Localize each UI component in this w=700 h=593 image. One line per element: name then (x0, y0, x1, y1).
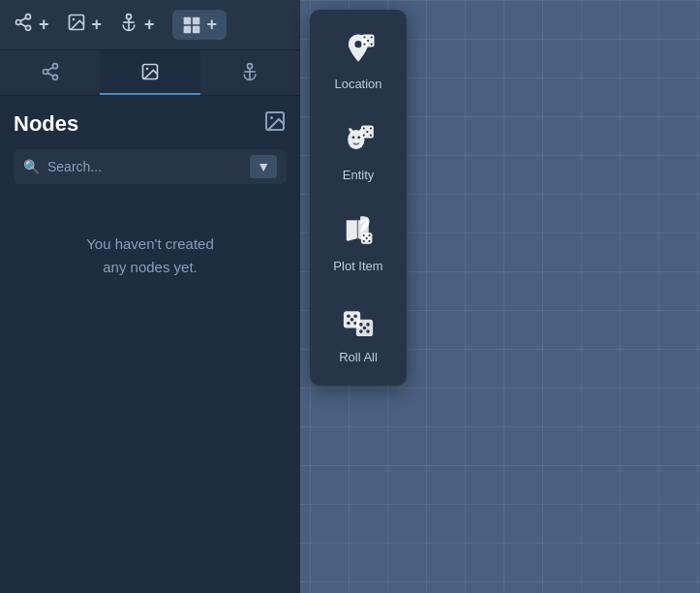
svg-point-21 (248, 64, 253, 69)
svg-point-46 (366, 237, 368, 239)
svg-point-45 (368, 234, 370, 236)
image-icon[interactable] (67, 13, 86, 37)
svg-point-30 (367, 40, 369, 42)
search-input[interactable] (47, 159, 242, 174)
roll-all-icon (341, 304, 376, 344)
svg-point-28 (363, 36, 365, 38)
svg-point-2 (26, 25, 31, 30)
popup-item-roll-all[interactable]: Roll All (316, 291, 401, 378)
entity-icon (341, 122, 376, 162)
svg-line-4 (20, 17, 26, 20)
svg-point-37 (363, 127, 365, 129)
svg-point-53 (347, 322, 350, 326)
share-icon[interactable] (14, 13, 33, 37)
svg-point-41 (370, 135, 372, 137)
anchor-add-button[interactable]: + (144, 15, 155, 35)
svg-point-32 (371, 44, 373, 46)
svg-point-7 (127, 15, 132, 19)
svg-point-47 (363, 240, 365, 242)
svg-point-44 (363, 234, 365, 236)
active-node-button[interactable]: + (172, 10, 228, 40)
tab-row (0, 50, 300, 96)
svg-point-15 (43, 70, 47, 75)
share-group: + (14, 13, 49, 37)
svg-point-57 (366, 323, 370, 327)
sidebar: + + + + (0, 0, 300, 593)
content-header: Nodes (14, 109, 287, 138)
entity-label: Entity (343, 168, 375, 182)
svg-point-16 (52, 75, 57, 79)
svg-point-50 (347, 314, 350, 318)
active-btn-label: + (207, 15, 218, 35)
svg-point-59 (359, 329, 363, 333)
svg-point-39 (366, 131, 368, 133)
anchor-group: + (119, 13, 155, 37)
svg-point-34 (352, 136, 355, 139)
svg-point-26 (354, 41, 361, 47)
image-add-button[interactable]: + (92, 15, 103, 35)
tab-share[interactable] (0, 50, 100, 95)
plot-item-label: Plot Item (333, 259, 382, 273)
svg-point-56 (359, 323, 363, 327)
anchor-icon[interactable] (119, 13, 138, 37)
svg-point-25 (270, 116, 273, 119)
empty-state: You haven't created any nodes yet. (14, 233, 287, 279)
svg-point-31 (363, 44, 365, 46)
svg-rect-13 (192, 25, 199, 33)
empty-text-line2: any nodes yet. (14, 256, 287, 279)
tab-anchor[interactable] (200, 50, 300, 95)
svg-point-35 (357, 136, 360, 139)
svg-line-3 (20, 23, 26, 26)
search-bar: 🔍 ▼ (14, 149, 287, 184)
popup-item-entity[interactable]: Entity (316, 109, 401, 196)
svg-point-58 (363, 327, 367, 330)
search-icon: 🔍 (23, 159, 40, 174)
toolbar: + + + + (0, 0, 300, 50)
location-icon (341, 31, 376, 71)
filter-button[interactable]: ▼ (250, 155, 277, 178)
svg-point-14 (52, 64, 57, 69)
share-add-button[interactable]: + (39, 15, 49, 35)
tab-image[interactable] (100, 50, 199, 95)
popup-menu: Location Entity (310, 10, 407, 386)
svg-rect-10 (183, 16, 191, 24)
content-area: Nodes 🔍 ▼ You haven't created any nodes … (0, 96, 300, 593)
svg-line-17 (47, 73, 53, 76)
svg-rect-12 (183, 25, 191, 33)
svg-point-48 (368, 240, 370, 242)
svg-point-1 (16, 20, 21, 25)
svg-point-20 (146, 68, 149, 71)
svg-point-40 (363, 135, 365, 137)
svg-point-51 (353, 314, 357, 318)
plot-item-icon (341, 213, 376, 253)
popup-item-plot-item[interactable]: Plot Item (316, 200, 401, 287)
svg-line-18 (47, 67, 53, 70)
svg-point-29 (371, 36, 373, 38)
popup-item-location[interactable]: Location (316, 17, 401, 105)
empty-text-line1: You haven't created (14, 233, 287, 256)
roll-all-label: Roll All (339, 350, 378, 364)
svg-point-6 (72, 18, 75, 20)
svg-point-52 (350, 318, 354, 322)
nodes-title: Nodes (14, 111, 78, 137)
svg-point-60 (366, 329, 370, 333)
nodes-icon (263, 109, 287, 138)
svg-point-38 (370, 127, 372, 129)
image-group: + (67, 13, 103, 37)
location-label: Location (334, 77, 381, 91)
svg-point-0 (26, 15, 31, 19)
svg-rect-11 (192, 16, 199, 24)
